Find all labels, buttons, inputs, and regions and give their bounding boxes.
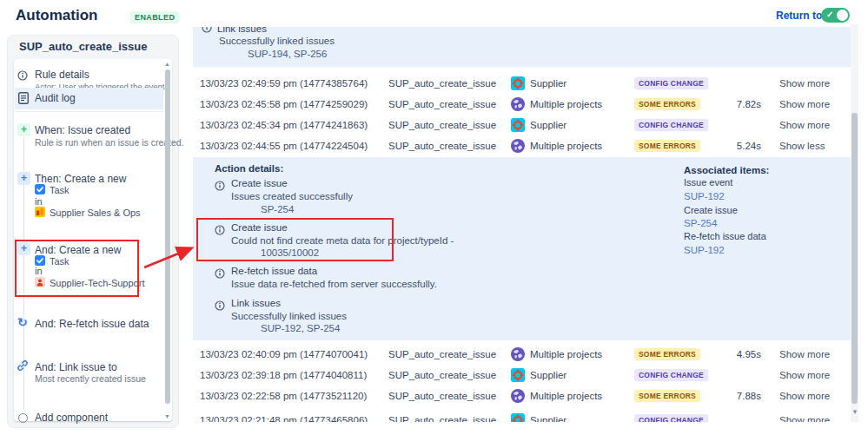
associated-label: Re-fetch issue data [684,231,766,241]
associated-issue-link[interactable]: SUP-192 [684,245,725,255]
and-link-subtitle: Most recently created issue [35,373,146,384]
log-rule-name: SUP_auto_create_issue [388,410,496,422]
table-row: 13/03/23 02:39:18 pm (14774040811) SUP_a… [193,365,855,386]
multiple-projects-icon [511,139,525,153]
info-icon [215,223,225,239]
then-conjunction: in [35,196,43,207]
link-icon [17,359,29,375]
multiple-projects-icon [511,97,525,111]
log-date: 13/03/23 02:45:58 pm (14774259029) [200,94,368,115]
then-issue-type: Task [50,185,70,195]
action-details-heading: Action details: [215,163,283,174]
log-rule-name: SUP_auto_create_issue [388,94,496,115]
log-date: 13/03/23 02:22:58 pm (14773521120) [200,386,367,406]
log-rule-name: SUP_auto_create_issue [388,115,496,135]
associated-issue-link[interactable]: SP-254 [684,218,717,228]
then-project-name: Supplier Sales & Ops [50,208,141,218]
add-component-icon [18,413,28,423]
main-scrollbar[interactable] [851,113,858,404]
linked-issues[interactable]: SUP-192, SP-254 [261,323,340,333]
sidebar-divider [15,111,163,112]
rule-name: SUP_auto_create_issue [19,40,147,53]
and-create-project-name: Supplier-Tech-Support [50,278,144,288]
log-date: 13/03/23 02:45:34 pm (14774241863) [200,115,368,135]
supplier-project-icon [511,413,525,422]
show-more-link[interactable]: Show more [779,410,830,422]
multiple-projects-icon [511,347,525,361]
table-row: 13/03/23 02:40:09 pm (14774070041) SUP_a… [193,344,855,365]
toggle-knob [837,10,848,21]
associated-label: Create issue [684,205,738,215]
log-scope: Multiple projects [530,135,602,156]
associated-issue-link[interactable]: SUP-192 [684,191,725,201]
show-more-link[interactable]: Show more [779,115,830,135]
scroll-down-arrow-icon[interactable]: ▼ [164,413,170,419]
info-icon [202,27,212,35]
action-title: Create issue [231,222,288,233]
error-message: Could not find create meta data for proj… [231,235,454,246]
info-icon [215,267,225,282]
sidebar-item-and-refetch[interactable]: And: Re-fetch issue data [35,318,149,330]
scroll-up-arrow-icon[interactable]: ▲ [164,61,170,67]
status-badge: CONFIG CHANGE [634,414,708,422]
multiple-projects-icon [511,389,525,403]
show-less-link[interactable]: Show less [779,135,825,156]
supplier-project-icon [511,118,525,132]
error-detail: 10035/10002 [261,247,319,258]
log-rule-name: SUP_auto_create_issue [388,73,496,94]
log-scope: Multiple projects [530,386,602,406]
info-icon [17,69,28,84]
add-component-button[interactable]: Add component [35,412,108,424]
show-more-link[interactable]: Show more [779,94,830,115]
created-issue-link[interactable]: SP-254 [261,204,294,214]
show-more-link[interactable]: Show more [779,73,830,94]
associated-items-heading: Associated items: [684,165,769,175]
log-date: 13/03/23 02:44:55 pm (14774224504) [200,135,368,156]
status-badge: SOME ERRORS [634,140,700,152]
audit-log-label: Audit log [35,92,76,104]
sales-ops-project-icon [35,207,45,219]
status-badge: CONFIG CHANGE [634,369,708,381]
supplier-project-icon [511,76,525,90]
table-row: 13/03/23 02:21:48 pm (14773465806) SUP_a… [193,410,855,422]
action-title: Create issue [231,178,288,188]
log-date: 13/03/23 02:21:48 pm (14773465806) [200,410,368,422]
tech-support-project-icon [35,277,45,289]
log-duration: 5.24s [704,135,761,156]
log-scope: Supplier [530,410,567,422]
action-title: Re-fetch issue data [231,266,317,276]
action-message: Issue data re-fetched from server succes… [231,279,437,289]
associated-label: Issue event [684,177,732,188]
sidebar-item-rule-details[interactable]: Rule details [35,69,89,81]
action-plus-icon: + [17,172,30,185]
table-row: 13/03/23 02:49:59 pm (14774385764) SUP_a… [193,73,855,94]
log-scope: Multiple projects [530,344,602,365]
sidebar-item-and-create[interactable]: And: Create a new [35,244,121,256]
show-more-link[interactable]: Show more [779,386,830,406]
trigger-plus-icon: + [17,123,30,136]
show-more-link[interactable]: Show more [779,344,830,365]
linked-issues[interactable]: SUP-194, SP-256 [248,49,327,59]
action-message: Successfully linked issues [219,36,335,46]
scroll-down-arrow-icon[interactable]: ▼ [851,408,858,416]
task-type-icon [35,184,45,196]
info-icon [215,299,225,314]
refresh-icon: ↻ [17,315,28,329]
log-rule-name: SUP_auto_create_issue [388,344,496,365]
log-scope: Supplier [530,73,567,94]
sidebar-scrollbar[interactable] [165,69,170,404]
log-date: 13/03/23 02:49:59 pm (14774385764) [200,73,368,94]
table-row: 13/03/23 02:22:58 pm (14773521120) SUP_a… [193,386,855,406]
show-more-link[interactable]: Show more [779,365,830,386]
sidebar-item-and-link[interactable]: And: Link issue to [35,361,117,373]
rule-enabled-toggle[interactable]: ✓ [821,8,850,23]
status-badge: ENABLED [130,11,179,23]
log-rule-name: SUP_auto_create_issue [388,386,496,406]
log-date: 13/03/23 02:40:09 pm (14774070041) [200,344,368,365]
sidebar-item-then-create[interactable]: Then: Create a new [35,173,126,185]
and-create-issue-type: Task [50,256,70,267]
table-row: 13/03/23 02:44:55 pm (14774224504) SUP_a… [193,135,855,156]
sidebar-item-when[interactable]: When: Issue created [35,124,130,136]
log-duration: 7.82s [704,94,761,115]
status-badge: SOME ERRORS [634,98,700,110]
